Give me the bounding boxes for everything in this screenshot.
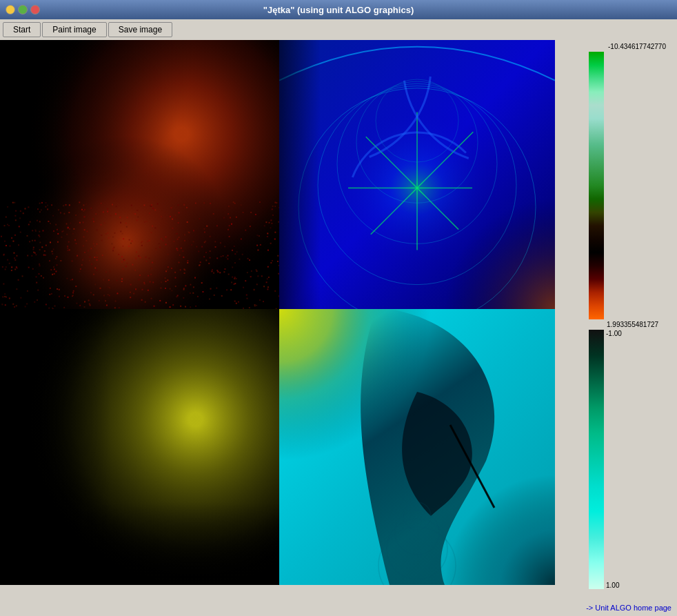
save-image-button[interactable]: Save image bbox=[108, 22, 172, 37]
colorbar-bottom-gradient bbox=[589, 330, 604, 589]
start-button[interactable]: Start bbox=[3, 22, 41, 37]
maximize-button[interactable] bbox=[18, 5, 28, 14]
toolbar: Start Paint image Save image bbox=[0, 19, 677, 40]
quadrant-bottom-right bbox=[279, 309, 555, 585]
title-bar: "Jętka" (using unit ALGO graphics) bbox=[0, 0, 677, 19]
colorbar-mid-label: 1.993355481727 bbox=[607, 321, 676, 328]
close-button[interactable] bbox=[30, 5, 40, 14]
colorbar-top-gradient bbox=[589, 52, 604, 319]
colorbar-bottom-bot-label: 1.00 bbox=[606, 582, 622, 589]
image-grid bbox=[0, 40, 587, 599]
main-area: -10.434617742770 1.993355481727 -1.00 1.… bbox=[0, 40, 677, 599]
window-title: "Jętka" (using unit ALGO graphics) bbox=[40, 5, 637, 15]
quadrant-top-left bbox=[0, 40, 279, 309]
paint-image-button[interactable]: Paint image bbox=[42, 22, 106, 37]
algo-home-link[interactable]: -> Unit ALGO home page bbox=[586, 604, 671, 612]
quadrant-bottom-left bbox=[0, 309, 279, 585]
main-window: "Jętka" (using unit ALGO graphics) Start… bbox=[0, 0, 677, 616]
colorbar-max-label: -10.434617742770 bbox=[608, 43, 676, 50]
colorbar-panel: -10.434617742770 1.993355481727 -1.00 1.… bbox=[587, 40, 677, 599]
quadrant-top-right bbox=[279, 40, 555, 309]
colorbar-top-section bbox=[589, 52, 676, 319]
footer: -> Unit ALGO home page bbox=[0, 599, 677, 616]
window-controls[interactable] bbox=[6, 5, 40, 14]
minimize-button[interactable] bbox=[6, 5, 15, 14]
colorbar-bottom-top-label: -1.00 bbox=[606, 330, 622, 337]
